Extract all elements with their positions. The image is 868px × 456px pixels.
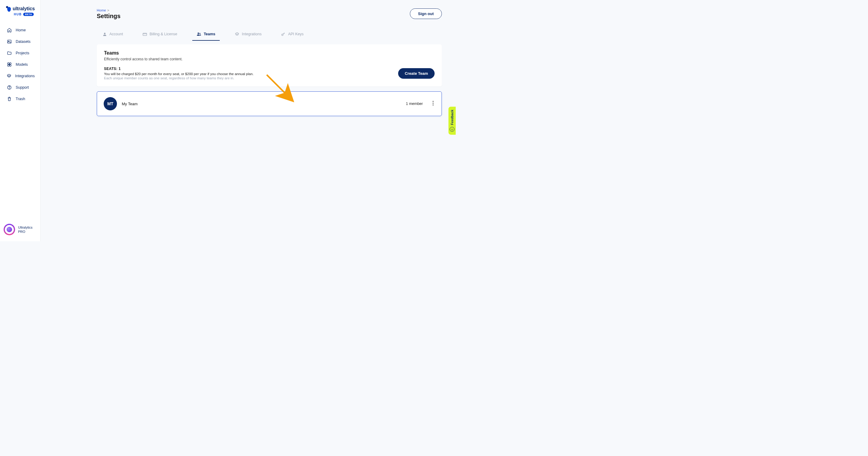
smile-icon: ☺ bbox=[450, 127, 455, 132]
seats-description: You will be charged $20 per month for ev… bbox=[104, 72, 253, 76]
help-icon bbox=[7, 85, 12, 90]
sidebar-nav: Home Datasets Projects Models Integratio… bbox=[0, 24, 40, 105]
card-subtitle: Efficiently control access to shared tea… bbox=[104, 57, 435, 61]
team-members-count: 1 member bbox=[406, 102, 423, 106]
svg-point-4 bbox=[104, 33, 105, 34]
sidebar: ultralytics HUB BETA Home Datasets Proje… bbox=[0, 0, 41, 241]
brand-logo[interactable]: ultralytics HUB BETA bbox=[0, 0, 40, 19]
brand-sub: HUB bbox=[14, 13, 22, 16]
tab-label: Integrations bbox=[242, 32, 261, 36]
svg-point-9 bbox=[433, 101, 433, 102]
teams-card: Teams Efficiently control access to shar… bbox=[97, 44, 442, 87]
user-icon bbox=[102, 32, 107, 36]
svg-point-8 bbox=[282, 34, 283, 35]
settings-tabs: Account Billing & License Teams Integrat… bbox=[102, 32, 442, 41]
svg-rect-0 bbox=[7, 40, 11, 44]
sidebar-item-models[interactable]: Models bbox=[0, 59, 40, 70]
main-content: Home> Settings Sign out Account Billing … bbox=[41, 0, 456, 241]
svg-point-3 bbox=[9, 88, 10, 89]
tab-billing[interactable]: Billing & License bbox=[142, 32, 177, 41]
svg-point-11 bbox=[433, 104, 433, 105]
sidebar-item-label: Projects bbox=[16, 51, 29, 55]
sidebar-item-label: Models bbox=[16, 62, 28, 67]
key-icon bbox=[281, 32, 286, 36]
kebab-icon bbox=[433, 101, 434, 107]
folder-icon bbox=[7, 50, 12, 56]
page-title: Settings bbox=[97, 13, 121, 20]
team-name: My Team bbox=[122, 102, 138, 106]
svg-point-10 bbox=[433, 103, 433, 104]
card-title: Teams bbox=[104, 50, 435, 56]
seats-note: Each unique member counts as one seat, r… bbox=[104, 76, 253, 80]
breadcrumb[interactable]: Home> bbox=[97, 8, 121, 12]
team-menu-button[interactable] bbox=[431, 99, 435, 108]
sidebar-item-projects[interactable]: Projects bbox=[0, 47, 40, 59]
sidebar-item-label: Support bbox=[16, 85, 29, 90]
sidebar-footer[interactable]: Ultralytics PRO bbox=[0, 220, 40, 241]
feedback-label: Feedback bbox=[450, 110, 454, 125]
tab-account[interactable]: Account bbox=[102, 32, 123, 41]
trash-icon bbox=[7, 96, 12, 102]
seats-label: SEATS: 1 bbox=[104, 67, 253, 71]
sidebar-item-trash[interactable]: Trash bbox=[0, 93, 40, 105]
sidebar-item-home[interactable]: Home bbox=[0, 24, 40, 36]
tab-integrations[interactable]: Integrations bbox=[235, 32, 261, 41]
sidebar-item-support[interactable]: Support bbox=[0, 82, 40, 93]
logo-mark-icon bbox=[6, 5, 11, 12]
command-icon bbox=[7, 62, 12, 67]
sidebar-item-integrations[interactable]: Integrations bbox=[0, 70, 40, 82]
team-avatar: MT bbox=[104, 97, 117, 110]
tab-label: Billing & License bbox=[150, 32, 177, 36]
sidebar-item-label: Datasets bbox=[16, 39, 30, 44]
card-icon bbox=[142, 32, 147, 36]
tab-teams[interactable]: Teams bbox=[196, 32, 216, 41]
feedback-tab[interactable]: Feedback ☺ bbox=[448, 107, 456, 135]
svg-rect-5 bbox=[143, 33, 147, 35]
tab-apikeys[interactable]: API Keys bbox=[281, 32, 304, 41]
team-item[interactable]: MT My Team 1 member bbox=[97, 91, 442, 116]
tab-label: Teams bbox=[204, 32, 216, 36]
tab-label: Account bbox=[110, 32, 123, 36]
signout-button[interactable]: Sign out bbox=[410, 8, 442, 19]
sidebar-item-label: Home bbox=[16, 28, 26, 32]
sidebar-item-label: Integrations bbox=[15, 74, 35, 78]
sidebar-item-datasets[interactable]: Datasets bbox=[0, 36, 40, 47]
user-plan: Ultralytics PRO bbox=[18, 225, 33, 234]
layers-icon bbox=[7, 73, 11, 79]
beta-badge: BETA bbox=[23, 13, 34, 16]
sidebar-item-label: Trash bbox=[16, 97, 25, 101]
create-team-button[interactable]: Create Team bbox=[398, 68, 435, 79]
brand-name: ultralytics bbox=[13, 6, 35, 11]
svg-point-6 bbox=[198, 33, 199, 34]
image-icon bbox=[7, 39, 12, 44]
user-avatar-icon bbox=[4, 224, 15, 235]
tab-label: API Keys bbox=[288, 32, 304, 36]
layers-icon bbox=[235, 32, 240, 36]
team-icon bbox=[196, 32, 201, 36]
home-icon bbox=[7, 27, 12, 33]
svg-point-7 bbox=[199, 33, 200, 34]
